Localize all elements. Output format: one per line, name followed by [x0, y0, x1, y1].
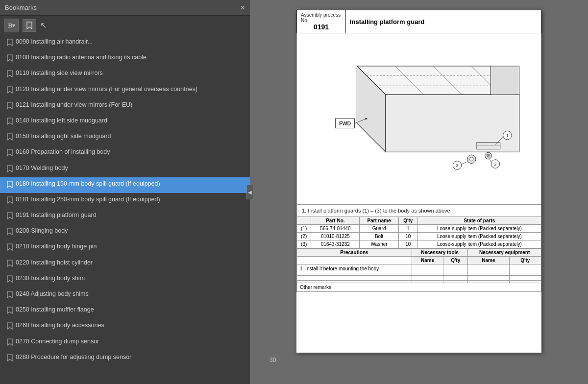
document-panel: Assembly process No. 0191 Installing pla…: [250, 0, 588, 384]
assembly-diagram: 1 2 3 FWD: [309, 42, 529, 195]
bookmark-item-b16[interactable]: 0240 Adjusting body shims: [0, 288, 250, 303]
bookmark-item-b18[interactable]: 0260 Installing body accessories: [0, 319, 250, 335]
bookmark-text: 0240 Adjusting body shims: [16, 290, 245, 299]
bookmark-item-b2[interactable]: 0110 Installing side view mirrors: [0, 67, 250, 82]
necessary-equipment-header: Necessary equipment: [468, 249, 541, 257]
bookmark-item-b19[interactable]: 0270 Connecting dump sensor: [0, 335, 250, 351]
instruction-text: 1. Install platform guards (1) – (3) to …: [296, 205, 541, 216]
bookmark-text: 0150 Installing right side mudguard: [16, 132, 245, 141]
bookmark-text: 0260 Installing body accessories: [16, 321, 245, 330]
bookmark-item-b3[interactable]: 0120 Installing under view mirrors (For …: [0, 83, 250, 98]
process-label: Assembly process No.: [301, 12, 342, 23]
bookmark-icon: [7, 338, 13, 348]
parts-table-header: State of parts: [417, 217, 541, 225]
svg-marker-8: [490, 66, 519, 95]
parts-table-cell: Washer: [360, 240, 399, 248]
bookmark-text: 0090 Installing air handralr...: [16, 38, 245, 47]
bookmark-icon: [7, 70, 13, 80]
parts-table-cell: 1: [398, 225, 417, 233]
parts-table-cell: 01643-31232: [311, 240, 360, 248]
bookmark-icon: [7, 149, 13, 159]
parts-table-header: Q'ty: [398, 217, 417, 225]
bookmark-icon: [7, 181, 13, 191]
parts-table-header: Part No.: [311, 217, 360, 225]
bookmark-text: 0280 Procedure for adjusting dump sensor: [16, 353, 245, 362]
bookmark-icon: [7, 275, 13, 285]
bookmarks-header: Bookmarks ×: [0, 0, 250, 16]
parts-table-cell: (3): [297, 240, 311, 248]
parts-table-row: (2)01010-81225Bolt10Loose-supply item (P…: [297, 233, 541, 240]
bookmark-item-b20[interactable]: 0280 Procedure for adjusting dump sensor: [0, 351, 250, 366]
svg-text:3: 3: [456, 163, 458, 168]
bottom-table: Precautions Necessary tools Necessary eq…: [296, 248, 541, 292]
bookmark-icon: [7, 307, 13, 316]
bookmark-icon: [7, 133, 13, 143]
cursor-indicator: ↖: [40, 21, 47, 30]
parts-table: Part No.Part nameQ'tyState of parts(1)56…: [296, 216, 541, 248]
bookmark-item-b6[interactable]: 0150 Installing right side mudguard: [0, 130, 250, 145]
equip-name-header: Name: [468, 257, 509, 264]
bookmark-item-b7[interactable]: 0160 Preparation of installing body: [0, 145, 250, 161]
svg-line-25: [462, 162, 468, 165]
bookmark-item-b4[interactable]: 0121 Installing under view mirrors (For …: [0, 98, 250, 114]
bookmark-item-b0[interactable]: 0090 Installing air handralr...: [0, 35, 250, 51]
page-container: Assembly process No. 0191 Installing pla…: [296, 10, 541, 353]
bookmark-text: 0250 Installing muffler flange: [16, 306, 245, 314]
parts-table-cell: 01010-81225: [311, 233, 360, 240]
bookmark-icon: [7, 165, 13, 175]
bookmark-item-b12[interactable]: 0200 Slinging body: [0, 224, 250, 240]
equip-name-1: [468, 264, 509, 273]
bookmark-item-b15[interactable]: 0230 Installing body shim: [0, 272, 250, 288]
parts-table-header: [297, 217, 311, 225]
svg-line-22: [490, 159, 491, 163]
bookmark-icon: [7, 86, 13, 96]
tools-name-header: Name: [412, 257, 443, 264]
view-toggle-button[interactable]: ⊞▾: [4, 19, 18, 32]
bookmark-item-b10[interactable]: 0181 Installing 250-mm body spill guard …: [0, 193, 250, 209]
bookmark-icon: [7, 260, 13, 269]
bookmark-button[interactable]: [23, 19, 36, 32]
necessary-tools-header: Necessary tools: [412, 249, 467, 257]
bookmark-text: 0100 Installing radio antenna and fixing…: [16, 53, 245, 62]
bookmark-icon: [7, 243, 13, 253]
parts-table-cell: (2): [297, 233, 311, 240]
bookmark-text: 0120 Installing under view mirrors (For …: [16, 85, 245, 94]
parts-table-cell: Loose-supply item (Packed separately): [417, 240, 541, 248]
bookmark-item-b14[interactable]: 0220 Installing hoist cylinder: [0, 256, 250, 272]
bookmark-item-b1[interactable]: 0100 Installing radio antenna and fixing…: [0, 51, 250, 67]
bookmark-text: 0220 Installing hoist cylinder: [16, 259, 245, 267]
bookmark-item-b13[interactable]: 0210 Installing body hinge pin: [0, 240, 250, 256]
bookmark-item-b8[interactable]: 0170 Welding body: [0, 162, 250, 177]
bookmark-icon: [7, 196, 13, 206]
bookmark-item-b17[interactable]: 0250 Installing muffler flange: [0, 303, 250, 319]
close-button[interactable]: ×: [241, 4, 245, 12]
precaution-text: 1. Install it before mounting the body.: [297, 264, 412, 273]
bookmark-icon: [7, 228, 13, 238]
svg-text:2: 2: [494, 162, 496, 167]
tools-qty-header: Q'ty: [443, 257, 468, 264]
bookmark-icon: [7, 322, 13, 332]
bookmarks-list[interactable]: 0090 Installing air handralr...0100 Inst…: [0, 35, 250, 384]
diagram-area: 1 2 3 FWD: [296, 33, 541, 205]
bookmark-text: 0180 Installing 150-mm body spill guard …: [16, 180, 245, 189]
parts-table-cell: 566-74-81440: [311, 225, 360, 233]
parts-table-row: (3)01643-31232Washer10Loose-supply item …: [297, 240, 541, 248]
bookmark-icon: [7, 291, 13, 301]
parts-table-cell: Bolt: [360, 233, 399, 240]
bookmark-item-b11[interactable]: 0191 Installing platform guard: [0, 209, 250, 224]
parts-table-cell: 10: [398, 233, 417, 240]
bookmark-text: 0121 Installing under view mirrors (For …: [16, 101, 245, 110]
collapse-arrow[interactable]: ◀: [246, 185, 253, 199]
bookmark-text: 0230 Installing body shim: [16, 274, 245, 283]
bookmark-item-b5[interactable]: 0140 Installing left side mudguard: [0, 114, 250, 130]
bookmark-icon: [7, 212, 13, 222]
bookmark-item-b9[interactable]: 0180 Installing 150-mm body spill guard …: [0, 177, 250, 193]
parts-table-cell: Loose-supply item (Packed separately): [417, 233, 541, 240]
bookmark-text: 0191 Installing platform guard: [16, 211, 245, 220]
parts-table-header: Part name: [360, 217, 399, 225]
process-number: 0191: [301, 23, 342, 31]
bookmark-icon: [7, 102, 13, 112]
bookmark-text: 0270 Connecting dump sensor: [16, 337, 245, 346]
parts-table-cell: Loose-supply item (Packed separately): [417, 225, 541, 233]
bookmark-icon: [7, 54, 13, 64]
